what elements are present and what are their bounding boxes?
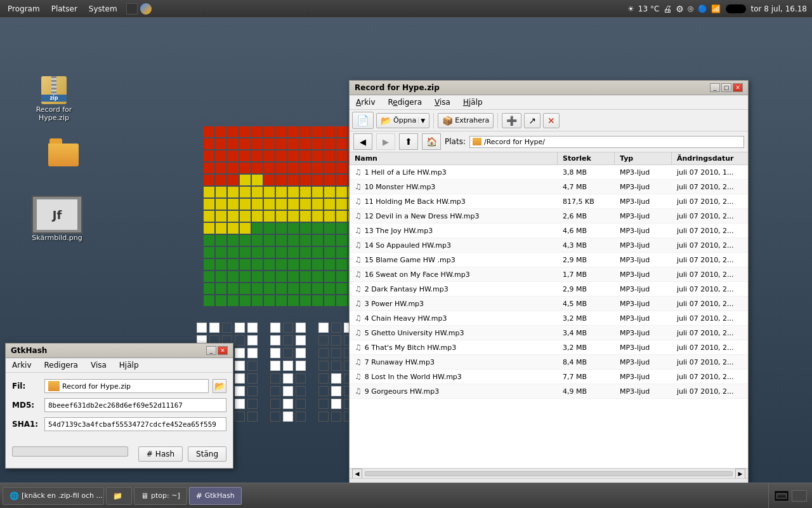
taskbar-app-2[interactable]: 🖥 ptop: ~] xyxy=(134,487,187,505)
file-size-cell: 8,4 MB xyxy=(558,356,615,369)
table-row[interactable]: ♫ 12 Devil in a New Dress HW.mp3 2,6 MB … xyxy=(350,209,748,224)
pixel-cell xyxy=(264,126,275,137)
minimize-button[interactable]: _ xyxy=(710,83,720,92)
pixel-cell xyxy=(336,126,347,137)
pixel-cell xyxy=(300,295,311,306)
md5-field[interactable] xyxy=(44,398,226,412)
gtkhash-minimize[interactable]: _ xyxy=(206,346,216,355)
table-row[interactable]: ♫ 9 Gorgeours HW.mp3 4,9 MB MP3-ljud jul… xyxy=(350,384,748,399)
volume-slider[interactable] xyxy=(726,4,746,13)
taskbar-app-3[interactable]: # GtkHash xyxy=(189,487,242,505)
table-row[interactable]: ♫ 1 Hell of a Life HW.mp3 3,8 MB MP3-lju… xyxy=(350,165,748,180)
panel-terminal-icon[interactable] xyxy=(126,3,138,15)
gtkhash-close-btn[interactable]: ✕ xyxy=(218,346,228,355)
col-header-date[interactable]: Ändringsdatur xyxy=(672,152,748,164)
address-field[interactable]: /Record for Hype/ xyxy=(469,136,744,148)
taskbar-app-1[interactable]: 📁 xyxy=(106,487,132,505)
file-name-cell: ♫ 3 Power HW.mp3 xyxy=(350,297,558,311)
pixel-row xyxy=(203,295,372,307)
gtkhash-menu-redigera[interactable]: Redigera xyxy=(41,359,82,371)
file-type-cell: MP3-ljud xyxy=(615,297,672,311)
fm-menu-arkiv[interactable]: AArkivrkiv xyxy=(352,97,379,108)
pixel-cell xyxy=(312,235,323,246)
extract-button[interactable]: 📦 Extrahera xyxy=(438,113,494,128)
panel-menu-system[interactable]: System xyxy=(84,3,122,15)
gtkhash-menu-arkiv[interactable]: Arkiv xyxy=(8,359,36,371)
sha1-field[interactable] xyxy=(44,417,226,431)
table-row[interactable]: ♫ 5 Ghetto University HW.mp3 3,4 MB MP3-… xyxy=(350,326,748,340)
table-row[interactable]: ♫ 16 Sweat on My Face HW.mp3 1,7 MB MP3-… xyxy=(350,267,748,282)
table-row[interactable]: ♫ 15 Blame Game HW .mp3 2,9 MB MP3-ljud … xyxy=(350,253,748,267)
scroll-right-btn[interactable]: ▶ xyxy=(735,469,745,479)
delete-button[interactable]: ✕ xyxy=(543,113,560,128)
horizontal-scrollbar[interactable]: ◀ ▶ xyxy=(350,468,748,478)
file-name-text: 5 Ghetto University HW.mp3 xyxy=(365,329,464,337)
pixel-cell xyxy=(204,211,214,222)
table-row[interactable]: ♫ 8 Lost In the World HW.mp3 7,7 MB MP3-… xyxy=(350,370,748,384)
panel-menu-platser[interactable]: Platser xyxy=(46,3,82,15)
col-header-name[interactable]: Namn xyxy=(350,152,558,164)
file-browse-button[interactable]: 📂 xyxy=(213,379,226,393)
maximize-button[interactable]: □ xyxy=(721,83,731,92)
table-row[interactable]: ♫ 3 Power HW.mp3 4,5 MB MP3-ljud juli 07… xyxy=(350,297,748,311)
file-manager-title: Record for Hype.zip xyxy=(355,83,440,92)
fm-menu-visa[interactable]: Visa xyxy=(431,97,454,108)
close-hash-button[interactable]: Stäng xyxy=(188,446,226,462)
table-row[interactable]: ♫ 11 Holding Me Back HW.mp3 817,5 KB MP3… xyxy=(350,194,748,209)
panel-menu-program[interactable]: Program xyxy=(3,3,45,15)
scroll-left-btn[interactable]: ◀ xyxy=(352,469,362,479)
close-button[interactable]: ✕ xyxy=(733,83,743,92)
col-header-type[interactable]: Typ xyxy=(615,152,672,164)
scrollbar-track-h[interactable] xyxy=(365,471,733,476)
table-row[interactable]: ♫ 2 Dark Fantasy HW.mp3 2,9 MB MP3-ljud … xyxy=(350,282,748,297)
pixel-cell xyxy=(264,223,275,234)
file-name-cell: ♫ 9 Gorgeours HW.mp3 xyxy=(350,384,558,398)
file-type-cell: MP3-ljud xyxy=(615,370,672,384)
screenshot-icon[interactable]: Jf Skärmbild.png xyxy=(25,196,89,242)
table-row[interactable]: ♫ 10 Monster HW.mp3 4,7 MB MP3-ljud juli… xyxy=(350,180,748,194)
pixel-cell xyxy=(300,283,311,294)
add-button[interactable]: ➕ xyxy=(502,113,521,128)
pixel-cell xyxy=(264,163,275,173)
table-row[interactable]: ♫ 6 That's My Bitch HW.mp3 3,2 MB MP3-lj… xyxy=(350,340,748,355)
gtkhash-menu-hjälp[interactable]: Hjälp xyxy=(115,359,143,371)
pixel-cell xyxy=(228,138,239,149)
new-button[interactable]: 📄 xyxy=(352,112,374,129)
up-button[interactable]: ⬆ xyxy=(399,133,418,150)
table-row[interactable]: ♫ 7 Runaway HW.mp3 8,4 MB MP3-ljud juli … xyxy=(350,355,748,370)
pixel-cell xyxy=(216,235,226,246)
panel-browser-icon[interactable] xyxy=(140,3,152,15)
fm-menu-hjälp[interactable]: Hjälp xyxy=(459,97,487,108)
move-button[interactable]: ↗ xyxy=(524,113,540,128)
pixel-cell xyxy=(240,235,251,246)
table-row[interactable]: ♫ 13 The Joy HW.mp3 4,6 MB MP3-ljud juli… xyxy=(350,224,748,238)
table-row[interactable]: ♫ 4 Chain Heavy HW.mp3 3,2 MB MP3-ljud j… xyxy=(350,311,748,326)
pixel-cell xyxy=(204,150,214,161)
pixel-cell xyxy=(336,138,347,149)
fm-menu-redigera[interactable]: Redigera xyxy=(384,97,426,108)
file-list-header: Namn Storlek Typ Ändringsdatur xyxy=(350,152,748,165)
pixel-cell xyxy=(204,259,214,270)
pixel-cell xyxy=(276,247,287,258)
back-button[interactable]: ◀ xyxy=(353,133,372,150)
open-button[interactable]: 📂 Öppna ▼ xyxy=(376,113,429,128)
file-row: Fil: Record for Hype.zip 📂 xyxy=(12,379,226,393)
col-header-size[interactable]: Storlek xyxy=(558,152,615,164)
folder-icon[interactable] xyxy=(35,138,92,166)
home-button[interactable]: 🏠 xyxy=(422,133,441,150)
pixel-cell xyxy=(252,247,263,258)
pixel-cell xyxy=(288,235,299,246)
file-input-field[interactable]: Record for Hype.zip xyxy=(44,379,209,393)
forward-button[interactable]: ▶ xyxy=(376,133,395,150)
pixel-cell xyxy=(336,187,347,197)
taskbar-app-2-icon: 🖥 xyxy=(141,491,148,500)
taskbar-apps: 🌐 [knäck en .zip-fil och ... 📁 🖥 ptop: ~… xyxy=(0,483,768,508)
open-dropdown-icon[interactable]: ▼ xyxy=(418,117,425,124)
zip-file-icon[interactable]: zip Record for Hype.zip xyxy=(25,75,82,122)
gtkhash-menu-visa[interactable]: Visa xyxy=(87,359,110,371)
pixel-cell xyxy=(264,295,275,306)
table-row[interactable]: ♫ 14 So Appauled HW.mp3 4,3 MB MP3-ljud … xyxy=(350,238,748,253)
file-name-cell: ♫ 1 Hell of a Life HW.mp3 xyxy=(350,165,558,179)
hash-button[interactable]: # Hash xyxy=(138,446,183,462)
taskbar-app-0[interactable]: 🌐 [knäck en .zip-fil och ... xyxy=(3,487,104,505)
